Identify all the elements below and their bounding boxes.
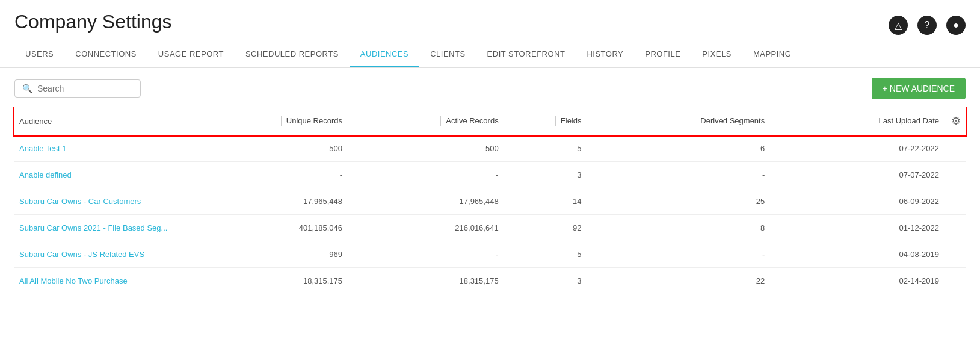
col-header-derived-segments: Derived Segments bbox=[586, 107, 769, 135]
row-settings-cell bbox=[944, 268, 966, 294]
last-upload-cell: 07-22-2022 bbox=[769, 135, 944, 162]
table-row: Anable Test 15005005607-22-2022 bbox=[14, 135, 966, 162]
audiences-table: Audience Unique Records Active Records F… bbox=[14, 107, 966, 294]
unique-records-cell: 18,315,175 bbox=[183, 268, 347, 294]
tab-profile[interactable]: PROFILE bbox=[634, 42, 691, 67]
active-records-cell: 18,315,175 bbox=[347, 268, 504, 294]
search-input[interactable] bbox=[37, 84, 133, 93]
new-audience-button[interactable]: + NEW AUDIENCE bbox=[872, 78, 966, 99]
active-records-cell: 500 bbox=[347, 135, 504, 162]
fields-cell: 3 bbox=[504, 268, 587, 294]
audience-name-cell[interactable]: Subaru Car Owns - JS Related EVS bbox=[14, 241, 183, 268]
tab-edit-storefront[interactable]: EDIT STOREFRONT bbox=[476, 42, 576, 67]
unique-records-cell: 401,185,046 bbox=[183, 215, 347, 241]
row-settings-cell bbox=[944, 215, 966, 241]
col-header-last-upload: Last Upload Date bbox=[769, 107, 944, 135]
last-upload-cell: 07-07-2022 bbox=[769, 162, 944, 188]
col-header-active-records: Active Records bbox=[347, 107, 504, 135]
tab-scheduled-reports[interactable]: SCHEDULED REPORTS bbox=[235, 42, 350, 67]
search-box[interactable]: 🔍 bbox=[14, 79, 141, 98]
last-upload-cell: 01-12-2022 bbox=[769, 215, 944, 241]
unique-records-cell: 969 bbox=[183, 241, 347, 268]
audience-name-cell[interactable]: Subaru Car Owns - Car Customers bbox=[14, 188, 183, 215]
derived-segments-cell: 6 bbox=[586, 135, 769, 162]
row-settings-cell bbox=[944, 241, 966, 268]
row-settings-cell bbox=[944, 162, 966, 188]
fields-cell: 5 bbox=[504, 135, 587, 162]
col-header-audience: Audience bbox=[14, 107, 183, 135]
page-title: Company Settings bbox=[14, 11, 171, 33]
page-header: Company Settings △ ? ● bbox=[0, 0, 980, 35]
derived-segments-cell: - bbox=[586, 162, 769, 188]
table-row: Subaru Car Owns - Car Customers17,965,44… bbox=[14, 188, 966, 215]
header-icons: △ ? ● bbox=[889, 11, 966, 35]
tab-users[interactable]: USERS bbox=[14, 42, 64, 67]
table-header-row: Audience Unique Records Active Records F… bbox=[14, 107, 966, 135]
nav-tabs: USERS CONNECTIONS USAGE REPORT SCHEDULED… bbox=[0, 42, 980, 68]
bell-icon[interactable]: △ bbox=[889, 16, 908, 35]
table-row: Anable defined--3-07-07-2022 bbox=[14, 162, 966, 188]
audience-name-cell[interactable]: All All Mobile No Two Purchase bbox=[14, 268, 183, 294]
tab-history[interactable]: HISTORY bbox=[576, 42, 634, 67]
tab-pixels[interactable]: PIXELS bbox=[691, 42, 742, 67]
active-records-cell: 17,965,448 bbox=[347, 188, 504, 215]
fields-cell: 92 bbox=[504, 215, 587, 241]
tab-clients[interactable]: CLIENTS bbox=[419, 42, 476, 67]
row-settings-cell bbox=[944, 188, 966, 215]
tab-audiences[interactable]: AUDIENCES bbox=[350, 42, 419, 67]
audiences-table-wrapper: Audience Unique Records Active Records F… bbox=[0, 107, 980, 294]
derived-segments-cell: 8 bbox=[586, 215, 769, 241]
table-row: All All Mobile No Two Purchase18,315,175… bbox=[14, 268, 966, 294]
toolbar: 🔍 + NEW AUDIENCE bbox=[0, 68, 980, 107]
help-icon[interactable]: ? bbox=[917, 16, 937, 35]
last-upload-cell: 02-14-2019 bbox=[769, 268, 944, 294]
audience-name-cell[interactable]: Anable defined bbox=[14, 162, 183, 188]
col-header-fields: Fields bbox=[504, 107, 587, 135]
settings-gear-icon[interactable]: ⚙ bbox=[951, 115, 961, 127]
unique-records-cell: 500 bbox=[183, 135, 347, 162]
unique-records-cell: 17,965,448 bbox=[183, 188, 347, 215]
tab-usage-report[interactable]: USAGE REPORT bbox=[147, 42, 235, 67]
active-records-cell: - bbox=[347, 162, 504, 188]
derived-segments-cell: 25 bbox=[586, 188, 769, 215]
fields-cell: 3 bbox=[504, 162, 587, 188]
fields-cell: 14 bbox=[504, 188, 587, 215]
table-row: Subaru Car Owns - JS Related EVS969-5-04… bbox=[14, 241, 966, 268]
last-upload-cell: 04-08-2019 bbox=[769, 241, 944, 268]
row-settings-cell bbox=[944, 135, 966, 162]
col-header-unique-records: Unique Records bbox=[183, 107, 347, 135]
user-icon[interactable]: ● bbox=[946, 16, 966, 35]
audience-name-cell[interactable]: Anable Test 1 bbox=[14, 135, 183, 162]
search-icon: 🔍 bbox=[22, 84, 32, 93]
last-upload-cell: 06-09-2022 bbox=[769, 188, 944, 215]
col-header-settings: ⚙ bbox=[944, 107, 966, 135]
fields-cell: 5 bbox=[504, 241, 587, 268]
tab-mapping[interactable]: MAPPING bbox=[742, 42, 802, 67]
active-records-cell: 216,016,641 bbox=[347, 215, 504, 241]
unique-records-cell: - bbox=[183, 162, 347, 188]
derived-segments-cell: 22 bbox=[586, 268, 769, 294]
audience-name-cell[interactable]: Subaru Car Owns 2021 - File Based Seg... bbox=[14, 215, 183, 241]
tab-connections[interactable]: CONNECTIONS bbox=[64, 42, 147, 67]
derived-segments-cell: - bbox=[586, 241, 769, 268]
active-records-cell: - bbox=[347, 241, 504, 268]
table-row: Subaru Car Owns 2021 - File Based Seg...… bbox=[14, 215, 966, 241]
